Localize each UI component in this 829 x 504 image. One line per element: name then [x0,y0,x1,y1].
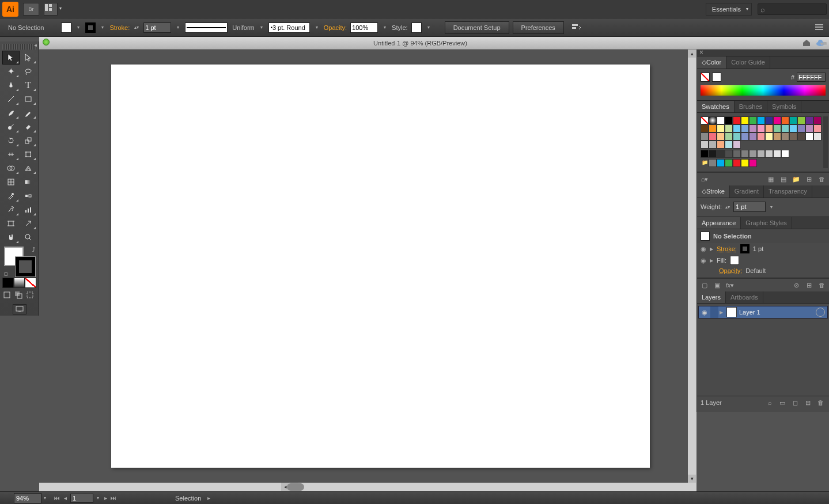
delete-swatch-icon[interactable]: 🗑 [816,175,827,184]
align-icon[interactable] [571,22,581,33]
swatch-item[interactable] [741,150,749,158]
appearance-opacity-label[interactable]: Opacity: [719,267,742,274]
swap-fill-stroke-icon[interactable]: ⤴ [32,247,35,253]
new-swatch-icon[interactable]: ⊞ [804,175,814,184]
swatch-item[interactable] [717,141,725,149]
swatches-scrollbar[interactable] [823,116,828,168]
draw-normal-icon[interactable] [2,290,13,301]
swatch-item[interactable] [757,150,765,158]
fill-stroke-proxy[interactable]: ⤴ ◻ [4,247,35,276]
artboard-tool[interactable] [2,217,20,230]
horizontal-scroll-thumb[interactable] [287,483,304,491]
tab-gradient[interactable]: Gradient [730,185,764,198]
artboard-number-input[interactable] [70,494,93,503]
swatch-item[interactable] [717,124,725,132]
stroke-proxy[interactable] [16,257,35,276]
locate-object-icon[interactable]: ⌕ [764,398,775,407]
swatch-item[interactable] [701,141,709,149]
swatch-item[interactable] [781,124,789,132]
duplicate-item-icon[interactable]: ⊞ [804,281,814,290]
gradient-tool[interactable] [20,175,37,189]
new-color-group-icon[interactable]: 📁 [791,175,801,184]
swatch-item[interactable] [773,116,781,124]
opacity-dropdown[interactable]: ▾ [381,25,388,30]
tools-panel-grip[interactable] [2,44,36,50]
make-clipping-mask-icon[interactable]: ▭ [777,398,788,407]
swatch-item[interactable] [733,132,741,141]
swatch-item[interactable] [741,116,749,124]
swatch-item[interactable] [789,132,797,141]
layer-lock-column[interactable] [710,306,718,318]
search-input[interactable] [758,3,827,15]
vertical-scrollbar[interactable]: ▴ ▾ [688,50,696,483]
tab-layers[interactable]: Layers [697,291,726,303]
draw-inside-icon[interactable] [25,290,36,301]
swatch-item[interactable] [805,124,813,132]
rotate-tool[interactable] [2,134,20,147]
swatch-item[interactable] [765,116,773,124]
swatch-item[interactable] [717,159,725,167]
layer-disclosure-icon[interactable]: ▶ [720,310,723,315]
color-group-folder-icon[interactable]: 📁 [701,159,709,167]
layer-target-icon[interactable] [816,308,825,317]
tab-transparency[interactable]: Transparency [764,185,812,198]
hand-tool[interactable] [2,230,20,244]
swatch-item[interactable] [797,124,805,132]
perspective-grid-tool[interactable] [20,161,37,175]
appearance-stroke-swatch[interactable] [740,244,749,253]
hex-input[interactable] [797,73,826,82]
swatch-item[interactable] [733,159,741,167]
mesh-tool[interactable] [2,175,20,189]
fill-swatch[interactable] [61,22,71,33]
delete-layer-icon[interactable]: 🗑 [815,398,826,407]
artboard-dropdown[interactable]: ▾ [94,495,101,501]
swatch-item[interactable] [797,116,805,124]
stroke-dropdown[interactable]: ▾ [99,25,106,30]
swatch-item[interactable] [757,132,765,141]
swatch-item[interactable] [725,159,733,167]
swatch-item[interactable] [813,124,822,132]
swatch-item[interactable] [765,132,773,141]
show-swatch-kinds-icon[interactable]: ▦ [766,175,776,184]
swatch-item[interactable] [749,159,757,167]
new-sublayer-icon[interactable]: ◻ [790,398,800,407]
canvas-area[interactable]: ▴ ▾ ◂ ▸ [39,50,696,491]
swatch-lib-menu-icon[interactable]: ⌂▾ [699,175,710,184]
prev-artboard-button[interactable]: ◂ [61,494,69,502]
shape-builder-tool[interactable] [2,161,20,175]
swatch-item[interactable] [749,150,757,158]
swatch-item[interactable] [757,124,765,132]
zoom-input[interactable] [14,493,41,503]
next-artboard-button[interactable]: ▸ [101,494,109,502]
swatch-item[interactable] [725,124,733,132]
color-fill-swatch[interactable] [712,73,721,82]
first-artboard-button[interactable]: ⏮ [53,494,61,502]
traffic-light-icon[interactable] [43,39,50,46]
direct-selection-tool[interactable] [20,51,37,65]
swatch-item[interactable] [725,150,733,158]
color-spectrum[interactable] [701,85,826,96]
swatch-item[interactable] [717,132,725,141]
swatch-item[interactable] [781,116,789,124]
swatch-item[interactable] [725,116,733,124]
scroll-up-icon[interactable]: ▴ [688,50,696,58]
swatch-item[interactable] [813,132,822,141]
home-icon[interactable] [801,37,813,49]
blob-brush-tool[interactable] [2,120,20,134]
appearance-stroke-label[interactable]: Stroke: [717,245,737,252]
visibility-icon[interactable]: ◉ [701,257,706,264]
delete-item-icon[interactable]: 🗑 [816,281,827,290]
visibility-icon[interactable]: ◉ [701,245,706,253]
swatch-item[interactable] [709,150,717,158]
profile-dropdown[interactable]: ▾ [258,25,265,30]
panel-menu-icon[interactable] [814,22,824,33]
tab-graphic-styles[interactable]: Graphic Styles [741,217,792,229]
swatch-item[interactable] [733,116,741,124]
tab-brushes[interactable]: Brushes [735,101,767,112]
swatch-item[interactable] [757,116,765,124]
swatch-item[interactable] [789,116,797,124]
brush-definition[interactable]: • 3 pt. Round [268,22,310,33]
status-menu-button[interactable]: ▸ [205,494,213,502]
layer-row[interactable]: ◉ ▶ Layer 1 [698,306,828,319]
layer-visibility-icon[interactable]: ◉ [699,309,710,316]
